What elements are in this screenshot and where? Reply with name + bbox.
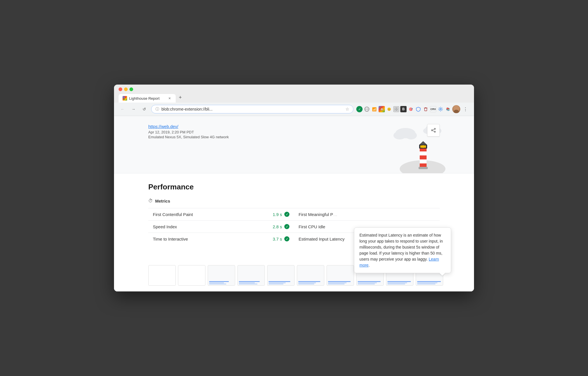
svg-point-36 [422, 145, 425, 148]
tooltip-box: Estimated Input Latency is an estimate o… [354, 227, 451, 273]
avatar-image [452, 105, 460, 113]
metric-name: Estimated Input Latency [299, 237, 345, 241]
metric-time-to-interactive: Time to Interactive 3.7 s ✓ [148, 233, 294, 245]
ext-shield-icon[interactable] [415, 106, 421, 112]
more-options-button[interactable]: ⋮ [461, 105, 469, 113]
film-frame-6 [297, 265, 324, 286]
svg-point-16 [454, 110, 459, 113]
svg-rect-10 [397, 109, 398, 111]
bookmark-icon[interactable]: ☆ [345, 107, 349, 112]
svg-line-21 [433, 131, 434, 131]
svg-point-19 [434, 131, 435, 132]
ext-globe-icon[interactable] [364, 106, 370, 112]
report-url[interactable]: https://web.dev/ [148, 124, 440, 129]
ext-bold-icon[interactable]: B [400, 106, 407, 112]
forward-button[interactable]: → [129, 105, 137, 113]
svg-rect-9 [395, 109, 396, 111]
svg-point-14 [440, 109, 441, 110]
svg-rect-3 [125, 99, 126, 100]
tab-favicon [123, 96, 127, 101]
ext-settings-icon[interactable] [437, 106, 444, 112]
ext-check-icon[interactable]: ✓ [356, 106, 363, 112]
active-tab[interactable]: Lighthouse Report ✕ [119, 94, 176, 103]
metric-name: First CPU Idle [299, 224, 325, 229]
ext-lighthouse-icon[interactable]: 🏠 [379, 106, 385, 112]
header-info: https://web.dev/ Apr 12, 2019, 2:20 PM P… [148, 124, 440, 139]
url-display: blob:chrome-extension://bli... [161, 107, 343, 111]
svg-rect-7 [395, 107, 396, 109]
film-frame-5 [267, 265, 295, 286]
film-frame-2 [178, 265, 205, 286]
svg-rect-0 [123, 97, 125, 98]
metric-value-right: 2.8 s ✓ [273, 224, 289, 229]
metric-value-right: 1.9 s ✓ [273, 212, 289, 217]
ext-target-icon[interactable]: 🎯 [408, 106, 414, 112]
browser-window: Lighthouse Report ✕ + ← → ↺ ⓘ blob:chrom… [114, 85, 474, 291]
metric-value-right: 3.7 s ✓ [273, 236, 289, 241]
ext-grid-icon[interactable] [393, 106, 399, 112]
reload-button[interactable]: ↺ [140, 105, 148, 113]
ext-signal-icon[interactable]: 📶 [371, 106, 377, 112]
tooltip-tail [439, 273, 445, 276]
check-pass-icon: ✓ [284, 212, 289, 217]
film-frame-7 [327, 265, 354, 286]
address-bar[interactable]: ⓘ blob:chrome-extension://bli... ☆ [151, 105, 353, 113]
check-pass-icon: ✓ [284, 224, 289, 229]
metric-value: 2.8 s [273, 224, 282, 229]
svg-line-20 [433, 129, 434, 130]
ext-crx-icon[interactable]: CRX [430, 106, 436, 112]
tab-close-button[interactable]: ✕ [167, 96, 172, 101]
metric-name: Speed Index [153, 224, 177, 229]
svg-rect-37 [419, 167, 428, 169]
metric-name: First Meaningful P… [299, 212, 337, 217]
film-frame-1 [148, 265, 176, 286]
svg-rect-1 [125, 97, 126, 98]
metrics-header: ⏱ Metrics [148, 198, 440, 203]
report-date: Apr 12, 2019, 2:20 PM PDT [148, 130, 440, 134]
check-pass-icon: ✓ [284, 236, 289, 241]
svg-point-17 [434, 128, 435, 129]
metric-first-meaningful-paint: First Meaningful P… [294, 208, 440, 220]
share-button[interactable] [427, 124, 440, 137]
title-bar: Lighthouse Report ✕ + [114, 85, 474, 103]
close-button[interactable] [119, 87, 122, 91]
new-tab-button[interactable]: + [176, 93, 184, 101]
svg-rect-8 [397, 107, 398, 109]
ext-trash-icon[interactable] [423, 106, 429, 112]
back-icon: ← [121, 107, 125, 111]
report-device: Emulated Nexus 5X, Simulated Slow 4G net… [148, 135, 440, 139]
reload-icon: ↺ [143, 107, 146, 111]
film-frame-3 [208, 265, 235, 286]
back-button[interactable]: ← [119, 105, 127, 113]
svg-point-18 [431, 130, 433, 131]
toolbar-extensions: ✓ 📶 🏠 😊 B 🎯 [356, 105, 469, 113]
address-bar-row: ← → ↺ ⓘ blob:chrome-extension://bli... ☆… [114, 103, 474, 116]
user-avatar[interactable] [452, 105, 460, 113]
security-icon: ⓘ [155, 107, 159, 112]
metrics-label: Metrics [155, 199, 170, 203]
metric-value: 1.9 s [273, 212, 282, 217]
svg-rect-13 [425, 107, 426, 108]
lighthouse-header: https://web.dev/ Apr 12, 2019, 2:20 PM P… [114, 116, 474, 173]
forward-icon: → [131, 107, 135, 111]
svg-rect-2 [123, 99, 125, 100]
metrics-clock-icon: ⏱ [148, 198, 153, 203]
metric-first-contentful-paint: First Contentful Paint 1.9 s ✓ [148, 208, 294, 220]
svg-marker-35 [419, 141, 427, 145]
dots-icon: ⋮ [463, 107, 468, 112]
svg-point-15 [455, 107, 458, 110]
svg-rect-32 [420, 163, 427, 167]
minimize-button[interactable] [124, 87, 128, 91]
svg-rect-11 [425, 108, 427, 111]
window-controls [119, 87, 133, 91]
metric-speed-index: Speed Index 2.8 s ✓ [148, 220, 294, 233]
metric-value: 3.7 s [273, 237, 282, 241]
page-content: https://web.dev/ Apr 12, 2019, 2:20 PM P… [114, 116, 474, 291]
svg-rect-31 [420, 155, 427, 159]
film-frame-4 [237, 265, 265, 286]
performance-title: Performance [148, 183, 440, 191]
ext-books-icon[interactable]: 📚 [445, 106, 451, 112]
ext-smile-icon[interactable]: 😊 [386, 106, 392, 112]
maximize-button[interactable] [129, 87, 133, 91]
metric-name: Time to Interactive [153, 237, 188, 241]
